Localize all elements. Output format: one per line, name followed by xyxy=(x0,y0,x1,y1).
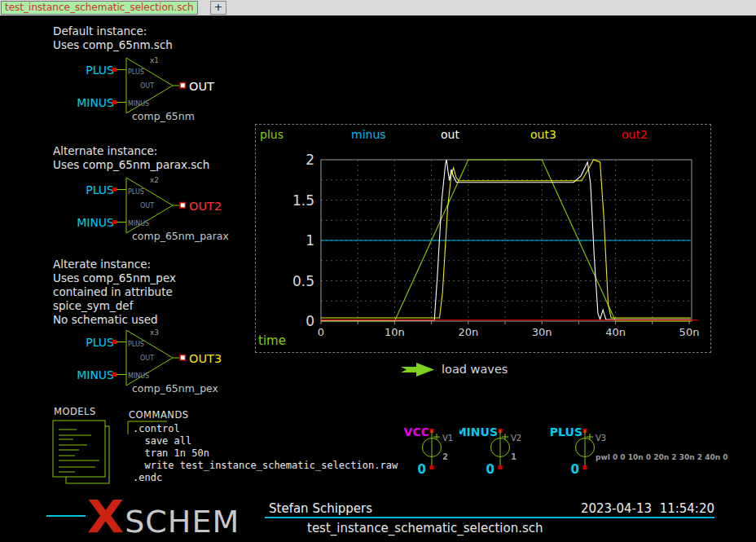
instance2-description: Alternate instance: Uses comp_65nm_parax… xyxy=(53,144,209,172)
plus-net-label: PLUS xyxy=(86,336,114,349)
title-block-underline xyxy=(265,517,714,518)
plot-area[interactable]: 010n20n30n40n50n00.511.52 xyxy=(256,125,710,352)
models-label: MODELS xyxy=(54,406,96,417)
instance1-description-line: Uses comp_65nm.sch xyxy=(53,38,173,52)
out-net-label: OUT xyxy=(189,80,214,93)
source-value: 2 xyxy=(442,452,448,461)
comparator-instance-x1[interactable]: PLUS MINUS x1 PLUS OUT MINUS OUT comp_65… xyxy=(77,52,265,127)
title-block-line-left xyxy=(46,515,86,517)
svg-text:30n: 30n xyxy=(532,326,552,338)
svg-text:50n: 50n xyxy=(679,326,700,338)
x-axis-title: time xyxy=(258,333,286,348)
inner-pin-out: OUT xyxy=(140,82,154,90)
logo-x-glyph: X xyxy=(87,496,124,538)
instance3-description: Alterate instance: Uses comp_65nm_pex co… xyxy=(53,258,176,327)
instance-name: x3 xyxy=(150,328,159,337)
ground-label: 0 xyxy=(571,462,579,476)
inner-pin-minus: MINUS xyxy=(128,220,149,227)
instance-name: x1 xyxy=(150,56,159,64)
svg-text:0: 0 xyxy=(318,326,324,338)
comparator-instance-x2[interactable]: PLUS MINUS x2 PLUS OUT MINUS OUT2 comp_6… xyxy=(77,172,265,247)
instance1-description-line: Default instance: xyxy=(53,24,173,38)
voltage-source-v3[interactable]: PLUS V3 pwl 0 0 10n 0 20n 2 30n 2 40n 0 … xyxy=(544,422,732,476)
net-label: MINUS xyxy=(459,425,498,438)
instance3-description-line: Uses comp_65nm_pex xyxy=(53,271,176,285)
instance3-description-line: spice_sym_def xyxy=(53,299,176,313)
source-name: V3 xyxy=(596,434,606,443)
instance2-description-line: Uses comp_65nm_parax.sch xyxy=(53,158,209,172)
minus-net-label: MINUS xyxy=(77,96,114,109)
inner-pin-minus: MINUS xyxy=(128,372,149,380)
svg-text:40n: 40n xyxy=(605,326,626,338)
instance-name: x2 xyxy=(150,176,159,184)
tab-current-schematic[interactable]: test_instance_schematic_selection.sch xyxy=(1,1,198,15)
out-net-label: OUT3 xyxy=(189,352,222,365)
svg-text:0: 0 xyxy=(305,313,314,329)
inner-pin-minus: MINUS xyxy=(128,100,149,108)
symbol-name: comp_65nm_pex xyxy=(132,382,218,394)
net-label: PLUS xyxy=(550,425,582,438)
new-tab-button[interactable]: + xyxy=(210,1,226,15)
pin-square xyxy=(112,187,116,192)
symbol-name: comp_65nm xyxy=(132,110,195,122)
models-documents-icon[interactable] xyxy=(49,417,122,489)
svg-text:1.5: 1.5 xyxy=(292,192,314,209)
pin-square xyxy=(112,220,116,224)
load-waves-launcher[interactable]: load waves xyxy=(442,363,508,376)
spice-commands-text: .control save all tran 1n 50n write test… xyxy=(133,423,398,484)
inner-pin-plus: PLUS xyxy=(128,68,144,76)
inner-pin-plus: PLUS xyxy=(128,188,144,196)
comparator-instance-x3[interactable]: PLUS MINUS x3 PLUS OUT MINUS OUT3 comp_6… xyxy=(77,324,265,399)
source-name: V2 xyxy=(511,434,521,443)
instance2-description-line: Alternate instance: xyxy=(53,144,209,158)
pin-square xyxy=(112,68,116,72)
minus-net-label: MINUS xyxy=(77,216,114,229)
instance3-description-line: Alterate instance: xyxy=(53,258,176,271)
xschem-logo: X SCHEM xyxy=(88,496,240,540)
inner-pin-plus: PLUS xyxy=(128,341,144,348)
net-label: VCC xyxy=(404,425,429,438)
instance1-description: Default instance: Uses comp_65nm.sch xyxy=(53,24,173,52)
timestamp: 2023-04-13 11:54:20 xyxy=(530,501,714,516)
load-waves-arrow-icon[interactable] xyxy=(401,362,437,377)
instance3-description-line: contained in attribute xyxy=(53,285,176,299)
xschem-window: test_instance_schematic_selection.sch + … xyxy=(0,0,756,542)
out-pin-square xyxy=(180,203,186,209)
pin-square xyxy=(583,465,587,469)
pin-square xyxy=(112,100,116,104)
pin-square xyxy=(112,372,116,377)
pin-square xyxy=(112,340,116,344)
svg-text:10n: 10n xyxy=(385,326,405,338)
waveform-graph[interactable]: plus minus out out3 out2 010n20n30n40n50… xyxy=(255,124,711,353)
svg-text:20n: 20n xyxy=(458,326,478,338)
inner-pin-out: OUT xyxy=(140,202,154,209)
logo-text: SCHEM xyxy=(125,504,240,540)
source-value: pwl 0 0 10n 0 20n 2 30n 2 40n 0 xyxy=(596,453,727,461)
out-net-label: OUT2 xyxy=(189,200,222,213)
tab-bar: test_instance_schematic_selection.sch + xyxy=(0,0,756,16)
pin-square xyxy=(430,465,434,469)
out-pin-square xyxy=(180,83,186,89)
svg-text:2: 2 xyxy=(305,152,314,168)
inner-pin-out: OUT xyxy=(140,355,154,362)
author-name: Stefan Schippers xyxy=(269,501,372,516)
svg-text:1: 1 xyxy=(305,232,314,249)
symbol-name: comp_65nm_parax xyxy=(132,230,229,242)
svg-text:0.5: 0.5 xyxy=(292,273,314,289)
source-value: 1 xyxy=(511,452,516,461)
out-pin-square xyxy=(180,355,186,361)
minus-net-label: MINUS xyxy=(77,368,114,381)
pin-square xyxy=(499,465,503,469)
schematic-filename: test_instance_schematic_selection.sch xyxy=(307,521,543,535)
plus-net-label: PLUS xyxy=(86,64,114,77)
plus-net-label: PLUS xyxy=(86,183,114,196)
ground-label: 0 xyxy=(486,462,494,476)
source-name: V1 xyxy=(442,434,453,443)
ground-label: 0 xyxy=(418,462,426,476)
